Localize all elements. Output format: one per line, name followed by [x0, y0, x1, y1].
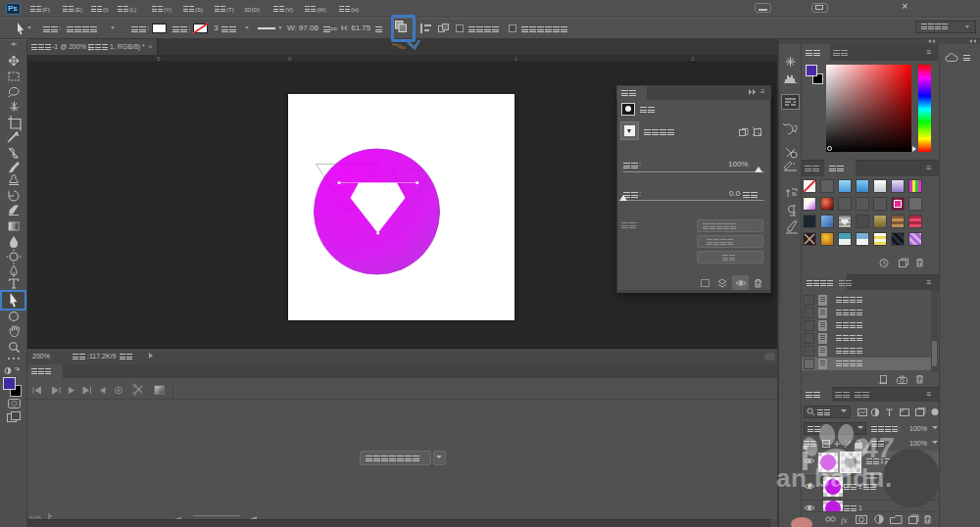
- svg-text:fx: fx: [841, 515, 848, 525]
